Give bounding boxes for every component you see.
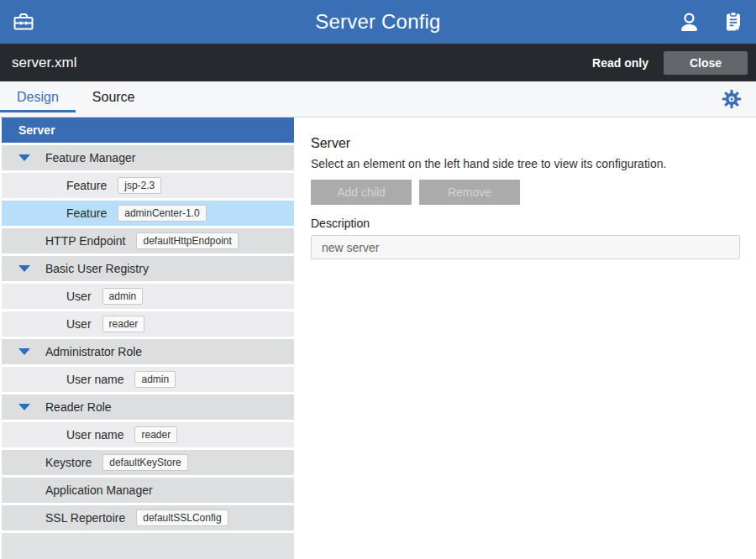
tree-row-badge: admin [134, 371, 176, 388]
tree-row[interactable]: Administrator Role [2, 339, 294, 364]
clipboard-icon[interactable] [722, 11, 744, 33]
tree-row-label: SSL Repertoire [45, 511, 125, 525]
tree-filler [2, 533, 294, 559]
user-icon[interactable] [678, 11, 701, 34]
tree-row-label: Application Manager [45, 483, 153, 497]
app-root: Server Config server.xml [0, 0, 756, 559]
tree-row-label: User name [66, 373, 123, 386]
tree-row[interactable]: Application Manager [2, 478, 294, 503]
detail-subtitle: Select an element on the left hand side … [311, 157, 740, 170]
top-toolbar: Server Config [0, 0, 756, 44]
tree-row[interactable]: User admin [2, 284, 294, 309]
toolbox-icon[interactable] [12, 10, 35, 34]
tree-row-label: Basic User Registry [45, 262, 149, 275]
tree-row-badge: adminCenter-1.0 [118, 205, 206, 222]
tree-row-badge: reader [102, 316, 145, 332]
detail-title: Server [311, 136, 740, 151]
tree-row-label: User name [66, 428, 123, 441]
tree-row-badge: reader [134, 426, 177, 443]
description-input[interactable] [311, 235, 740, 259]
chevron-down-icon[interactable] [18, 265, 30, 272]
tree-row[interactable]: Basic User Registry [2, 256, 294, 281]
tree-row[interactable]: User name admin [2, 367, 294, 392]
tree-row[interactable]: Reader Role [2, 394, 294, 420]
config-tree: Server Feature Manager Feature jsp-2.3 F… [0, 118, 294, 559]
tab-source[interactable]: Source [76, 84, 152, 112]
app-title: Server Config [0, 10, 756, 34]
tree-row-badge: admin [102, 288, 144, 305]
tree-row[interactable]: User name reader [2, 422, 294, 447]
description-label: Description [311, 217, 740, 230]
file-bar: server.xml Read only Close [0, 44, 756, 81]
tree-row-label: Reader Role [45, 400, 112, 414]
remove-button[interactable]: Remove [419, 180, 520, 205]
detail-panel: Server Select an element on the left han… [294, 118, 756, 559]
tree-row[interactable]: User reader [2, 311, 294, 337]
tree-row[interactable]: HTTP Endpoint defaultHttpEndpoint [2, 228, 294, 253]
file-name: server.xml [12, 55, 76, 71]
tree-row-label: User [66, 317, 92, 331]
add-child-button[interactable]: Add child [311, 180, 412, 205]
chevron-down-icon[interactable] [18, 348, 30, 355]
tree-row-label: Administrator Role [45, 345, 142, 358]
file-bar-actions: Read only Close [592, 51, 748, 75]
tree-row[interactable]: Feature Manager [2, 145, 294, 170]
read-only-label: Read only [592, 56, 648, 70]
chevron-down-icon[interactable] [18, 154, 30, 161]
tree-row-label: Server [18, 123, 55, 137]
tab-design[interactable]: Design [0, 84, 76, 112]
tree-row-label: HTTP Endpoint [45, 234, 125, 248]
tree-row-badge: defaultHttpEndpoint [136, 232, 238, 249]
tree-row-label: Keystore [45, 456, 92, 469]
tree-row-badge: jsp-2.3 [118, 177, 161, 194]
tree-row-badge: defaultKeyStore [102, 454, 187, 471]
tree-row[interactable]: Feature jsp-2.3 [2, 173, 294, 198]
detail-actions: Add child Remove [311, 180, 740, 205]
chevron-down-icon[interactable] [18, 404, 30, 410]
tree-row-badge: defaultSSLConfig [136, 509, 228, 526]
tree-row-label: Feature [66, 179, 107, 192]
toolbar-actions [678, 11, 744, 34]
gear-icon[interactable] [721, 88, 743, 110]
tree-row[interactable]: SSL Repertoire defaultSSLConfig [2, 505, 294, 530]
close-button[interactable]: Close [664, 51, 748, 75]
tab-bar: Design Source [0, 81, 756, 118]
tree-row-label: Feature [66, 206, 107, 220]
content-area: Server Feature Manager Feature jsp-2.3 F… [0, 118, 756, 559]
tree-row[interactable]: Server [2, 118, 294, 143]
tree-row-label: Feature Manager [45, 151, 135, 165]
tree-row[interactable]: Keystore defaultKeyStore [2, 450, 294, 475]
tree-row-label: User [66, 290, 92, 303]
tree-row[interactable]: Feature adminCenter-1.0 [2, 201, 294, 226]
